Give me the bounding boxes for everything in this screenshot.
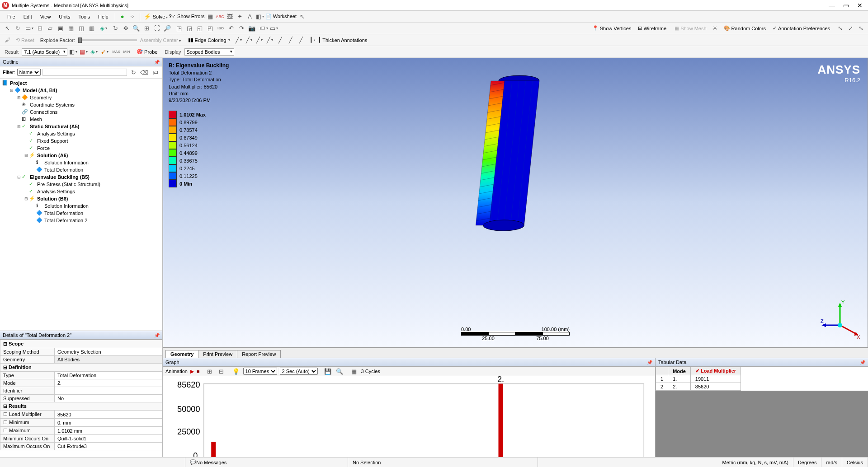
tree-fixed[interactable]: ✓Fixed Support xyxy=(2,137,160,145)
ec2-icon[interactable]: ╱ xyxy=(245,36,254,45)
annotation-prefs-button[interactable]: ✓ Annotation Preferences xyxy=(770,24,833,32)
details-row[interactable]: Maximum Occurs OnCut-Extrude3 xyxy=(0,443,162,450)
chart-icon[interactable]: ▦ xyxy=(206,12,215,21)
shape-dd-icon[interactable]: ◈ xyxy=(90,47,99,56)
anim-opt2-icon[interactable]: ⊟ xyxy=(217,367,226,376)
duration-dd[interactable]: 2 Sec (Auto) xyxy=(280,368,318,375)
zoom-icon[interactable]: 🔍 xyxy=(132,24,141,33)
tree-sol-a6[interactable]: ⊟⚡Solution (A6) xyxy=(2,152,160,159)
status-units[interactable]: Metric (mm, kg, N, s, mV, mA) xyxy=(718,458,793,467)
ec1-icon[interactable]: ╱ xyxy=(234,36,243,45)
annot-icon[interactable]: A xyxy=(245,12,255,21)
maximize-button[interactable]: ▭ xyxy=(843,2,849,9)
ec7-icon[interactable]: ╱ xyxy=(297,36,306,45)
tab-report-preview[interactable]: Report Preview xyxy=(237,350,281,358)
pin-icon[interactable]: 📌 xyxy=(154,60,160,65)
contour-dd-icon[interactable]: ◧ xyxy=(69,47,78,56)
ec5-icon[interactable]: ╱ xyxy=(276,36,285,45)
cube-dd-icon[interactable]: ◧ xyxy=(255,12,264,21)
view-back-icon[interactable]: ◲ xyxy=(185,24,194,33)
ok-icon[interactable]: ● xyxy=(118,12,127,21)
details-row[interactable]: Mode2. xyxy=(0,379,162,387)
details-row[interactable]: SuppressedNo xyxy=(0,395,162,402)
thicken-button[interactable]: ┃←┃ Thicken Annotations xyxy=(307,36,370,44)
vec-dd-icon[interactable]: ➹ xyxy=(100,47,109,56)
filter-input[interactable] xyxy=(42,69,127,76)
status-degrees[interactable]: Degrees xyxy=(793,458,822,467)
graph-plot[interactable]: 85620 50000 25000 0. 2. 1 2 xyxy=(163,376,655,457)
explode-slider[interactable] xyxy=(78,39,137,41)
menu-tools[interactable]: Tools xyxy=(75,13,94,21)
stop-button[interactable]: ■ xyxy=(197,369,200,374)
details-row[interactable]: TypeTotal Deformation xyxy=(0,372,162,379)
view-front-icon[interactable]: ◳ xyxy=(175,24,184,33)
scoped-bodies-dd[interactable]: Scoped Bodies xyxy=(184,48,234,56)
prev-view-icon[interactable]: ↶ xyxy=(226,24,236,33)
pin-icon[interactable]: 📌 xyxy=(154,333,160,338)
details-row[interactable]: GeometryAll Bodies xyxy=(0,356,162,364)
band-dd-icon[interactable]: ▤ xyxy=(79,47,88,56)
tree-totdef2[interactable]: 🔷Total Deformation xyxy=(2,210,160,217)
tree-analysis1[interactable]: ✓Analysis Settings xyxy=(2,130,160,137)
align-mid-icon[interactable]: ⤢ xyxy=(846,24,855,33)
tree-sol-b6[interactable]: ⊟⚡Solution (B6) xyxy=(2,195,160,202)
frames-dd[interactable]: 10 Frames xyxy=(243,368,277,375)
max-icon[interactable]: MAX xyxy=(112,47,121,56)
edge-coloring-button[interactable]: ▮▮ Edge Coloring xyxy=(185,36,233,44)
details-row[interactable]: ☐ Load Multiplier85620 xyxy=(0,411,162,419)
probe-button[interactable]: 🎯 Probe xyxy=(134,48,160,56)
close-button[interactable]: ✕ xyxy=(857,2,863,9)
bulb-icon[interactable]: 💡 xyxy=(231,367,241,376)
node-sel-icon[interactable]: ◫ xyxy=(77,24,86,33)
zoom-fit-icon[interactable]: ⛶ xyxy=(152,24,161,33)
vertex-sel-icon[interactable]: ⊡ xyxy=(35,24,44,33)
details-row[interactable]: Identifier xyxy=(0,387,162,395)
view-iso-icon[interactable]: ISO xyxy=(216,24,225,33)
details-row[interactable]: Minimum Occurs OnQuill-1-solid1 xyxy=(0,435,162,443)
tree-totdef1[interactable]: 🔷Total Deformation xyxy=(2,166,160,173)
tag-dd-icon[interactable]: 🏷 xyxy=(259,24,268,33)
filter-clear-icon[interactable]: ⌫ xyxy=(140,68,149,77)
tree-geometry[interactable]: ⊞🔶Geometry xyxy=(2,94,160,101)
tree-solinfo2[interactable]: ℹSolution Information xyxy=(2,202,160,210)
tree-buckling[interactable]: ⊟✓Eigenvalue Buckling (B5) xyxy=(2,173,160,181)
zoom-graph-icon[interactable]: 🔍 xyxy=(335,367,344,376)
zoom-sel-icon[interactable]: 🔎 xyxy=(163,24,172,33)
select-dd-icon[interactable]: ▭ xyxy=(25,24,34,33)
tree-solinfo1[interactable]: ℹSolution Information xyxy=(2,159,160,166)
tree-totdef3[interactable]: 🔷Total Deformation 2 xyxy=(2,217,160,224)
edge-sel-icon[interactable]: ▱ xyxy=(46,24,55,33)
status-messages[interactable]: 💬 No Messages xyxy=(185,458,348,467)
random-colors-button[interactable]: 🎨 Random Colors xyxy=(721,24,769,32)
view-right-icon[interactable]: ◰ xyxy=(206,24,215,33)
rotate-icon[interactable]: ↻ xyxy=(111,24,120,33)
ec6-icon[interactable]: ╱ xyxy=(286,36,295,45)
assembly-center-dd[interactable]: Assembly Center xyxy=(138,37,183,43)
connect-icon[interactable]: ⁘ xyxy=(128,12,137,21)
image-icon[interactable]: 🖼 xyxy=(226,12,235,21)
tree-connections[interactable]: 🔗Connections xyxy=(2,108,160,116)
align-left-icon[interactable]: ⤡ xyxy=(835,24,844,33)
show-errors-button[interactable]: ?✓ Show Errors xyxy=(169,14,204,19)
camera-icon[interactable]: 📷 xyxy=(247,24,256,33)
viewport-3d[interactable]: B: Eigenvalue Buckling Total Deformation… xyxy=(163,58,868,348)
face-sel-icon[interactable]: ▣ xyxy=(56,24,65,33)
play-button[interactable]: ▶ xyxy=(190,369,194,374)
tabular-table[interactable]: Mode✔ Load Multiplier 11.19011 22.85620 xyxy=(656,367,868,391)
pin-icon[interactable]: 📌 xyxy=(647,360,652,365)
rect-dd-icon[interactable]: ▭ xyxy=(269,24,278,33)
axis-icon[interactable]: ✳ xyxy=(711,24,720,33)
ec3-icon[interactable]: ╱ xyxy=(255,36,264,45)
tree-static[interactable]: ⊟✓Static Structural (A5) xyxy=(2,123,160,130)
filter-tag-icon[interactable]: 🏷 xyxy=(151,68,160,77)
min-icon[interactable]: MIN xyxy=(122,47,131,56)
pin-icon[interactable]: 📌 xyxy=(860,360,865,365)
tree-prestress[interactable]: ✓Pre-Stress (Static Structural) xyxy=(2,181,160,188)
ec4-icon[interactable]: ╱ xyxy=(265,36,274,45)
cursor-icon[interactable]: ↖ xyxy=(3,24,12,33)
minimize-button[interactable]: — xyxy=(829,2,835,9)
align-right-icon[interactable]: ⤡ xyxy=(856,24,865,33)
tab-print-preview[interactable]: Print Preview xyxy=(198,350,237,358)
view-left-icon[interactable]: ◱ xyxy=(195,24,204,33)
body-sel-icon[interactable]: ▦ xyxy=(66,24,75,33)
